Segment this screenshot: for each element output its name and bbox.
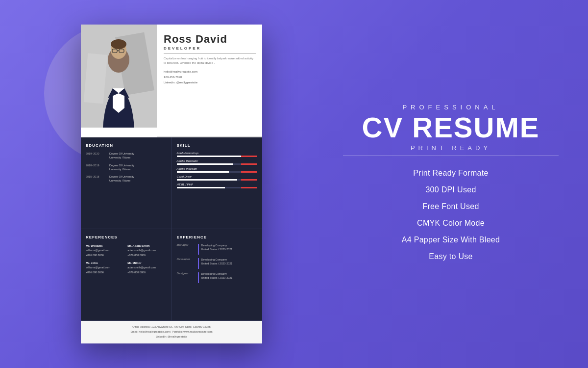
- ref-phone-2: +876 888 8886: [127, 253, 166, 258]
- edu-details-2: Degree Of UnivercityUniversity / Name: [109, 163, 134, 172]
- cv-footer-text: Office Address: 123 Anywhere St., Any Ci…: [87, 325, 256, 340]
- cv-footer: Office Address: 123 Anywhere St., Any Ci…: [81, 321, 262, 343]
- ref-1: Mr. Williams williams@gmail.com +876 888…: [86, 243, 124, 258]
- feature-5: A4 Papper Size With Bleed: [343, 232, 559, 248]
- feature-3: Free Font Used: [343, 198, 559, 215]
- ref-phone-4: +876 888 8886: [127, 270, 166, 275]
- exp-role-3: Designer: [177, 272, 196, 275]
- cv-name: Ross David: [164, 33, 256, 45]
- skill-fill-1: [177, 156, 242, 157]
- ref-3: Mr. John williams@gmail.com +876 888 888…: [86, 261, 124, 275]
- cv-bio: Capitalize on low hanging fruit to ident…: [164, 56, 256, 65]
- feature-1: Print Ready Formate: [343, 165, 559, 182]
- ref-email-1: williams@gmail.com: [86, 248, 124, 253]
- cv-linkedin: Linkedin: @reallygreatsite: [164, 80, 256, 85]
- exp-bar-3: [198, 272, 199, 283]
- edu-details-3: Degree Of UnivercityUniversity / Name: [109, 175, 134, 183]
- skill-fill-3: [177, 171, 229, 173]
- ref-4: Mr. Militor adamsmith@gmail.com +876 888…: [127, 261, 166, 275]
- footer-line1: Office Address: 123 Anywhere St., Any Ci…: [132, 325, 211, 328]
- skill-name-5: HTML / PHP: [177, 183, 258, 186]
- exp-2: Developer Developing CompanyUnited State…: [177, 258, 258, 269]
- skill-red-5: [241, 187, 257, 188]
- product-title: CV RESUME: [362, 113, 540, 142]
- skill-5: HTML / PHP: [177, 183, 258, 188]
- skill-name-1: Adob Photoshop: [177, 152, 258, 155]
- cv-photo: [81, 25, 157, 128]
- feature-list: Print Ready Formate 300 DPI Used Free Fo…: [343, 165, 559, 265]
- skill-bar-4: [177, 179, 258, 181]
- product-info: PROFESSIONAL CV RESUME PRINT READY Print…: [343, 94, 559, 275]
- footer-line2: Email: hello@reallygreatsite.com | Portf…: [130, 330, 212, 333]
- references-grid: Mr. Williams williams@gmail.com +876 888…: [86, 243, 167, 275]
- exp-bar-2: [198, 258, 199, 269]
- skill-name-3: Adobe Indesign: [177, 167, 258, 170]
- skill-bar-5: [177, 187, 258, 188]
- cv-top-section: Ross David DEVELOPER Capitalize on low h…: [81, 25, 262, 137]
- skill-red-2: [241, 163, 257, 165]
- skill-name-2: Adobe Illustrator: [177, 159, 258, 162]
- skill-2: Adobe Illustrator: [177, 159, 258, 165]
- feature-2: 300 DPI Used: [343, 182, 559, 198]
- cv-skills-section: SKILL Adob Photoshop Adobe Illustrator: [172, 137, 263, 229]
- ref-email-2: adamsmith@gmail.com: [127, 248, 166, 253]
- edu-details-1: Degree Of UnivercityUniversity / Name: [109, 152, 134, 160]
- footer-line3: LinkedIn: @reallygreatsite: [156, 335, 187, 338]
- cv-experience-section: EXPERIENCE Manager Developing CompanyUni…: [172, 229, 263, 320]
- exp-bar-1: [198, 244, 199, 255]
- feature-4: CMYK Color Mode: [343, 215, 559, 232]
- exp-3: Designer Developing CompanyUnited States…: [177, 272, 258, 283]
- exp-details-2: Developing CompanyUnited States / 2020-2…: [201, 258, 233, 266]
- ref-phone-1: +876 888 8886: [86, 253, 124, 258]
- edu-year-1: 2019–2020: [86, 152, 106, 160]
- skill-red-1: [241, 156, 257, 157]
- ref-email-4: adamsmith@gmail.com: [127, 265, 166, 270]
- cv-info-section: Ross David DEVELOPER Capitalize on low h…: [157, 25, 262, 137]
- skill-bar-3: [177, 171, 258, 173]
- exp-details-3: Developing CompanyUnited States / 2020-2…: [201, 272, 233, 280]
- exp-role-2: Developer: [177, 258, 196, 261]
- product-label: PROFESSIONAL: [402, 104, 499, 111]
- references-title: REFERENCES: [86, 235, 167, 239]
- skill-fill-2: [177, 163, 233, 165]
- ref-phone-3: +876 888 8886: [86, 270, 124, 275]
- experience-title: EXPERIENCE: [177, 235, 258, 239]
- skill-red-4: [241, 179, 257, 181]
- cv-email: hello@reallygreatsite.com: [164, 69, 256, 75]
- skill-red-3: [241, 171, 257, 173]
- cv-phone: 123-456-7890: [164, 75, 256, 80]
- skill-4: Corel Draw: [177, 175, 258, 181]
- skill-bar-1: [177, 156, 258, 157]
- cv-references-section: REFERENCES Mr. Williams williams@gmail.c…: [81, 229, 172, 320]
- edu-item-2: 2018–2019 Degree Of UnivercityUniversity…: [86, 163, 167, 172]
- edu-year-3: 2015–2018: [86, 175, 106, 183]
- cv-ref-exp-row: REFERENCES Mr. Williams williams@gmail.c…: [81, 229, 262, 321]
- exp-role-1: Manager: [177, 243, 196, 246]
- skills-title: SKILL: [177, 143, 258, 148]
- edu-item-1: 2019–2020 Degree Of UnivercityUniversity…: [86, 152, 167, 160]
- cv-document: Ross David DEVELOPER Capitalize on low h…: [81, 25, 262, 343]
- skill-1: Adob Photoshop: [177, 152, 258, 157]
- svg-point-5: [111, 39, 126, 49]
- education-title: EDUCATION: [86, 143, 167, 148]
- photo-simulation: [81, 25, 157, 128]
- cv-education-section: EDUCATION 2019–2020 Degree Of Univercity…: [81, 137, 172, 229]
- main-container: Ross David DEVELOPER Capitalize on low h…: [0, 0, 588, 368]
- product-subtitle: PRINT READY: [343, 144, 559, 156]
- ref-name-3: Mr. John: [86, 261, 124, 265]
- ref-name-4: Mr. Militor: [127, 261, 166, 265]
- skill-3: Adobe Indesign: [177, 167, 258, 173]
- skill-fill-4: [177, 179, 237, 181]
- feature-6: Easy to Use: [343, 248, 559, 265]
- ref-email-3: williams@gmail.com: [86, 265, 124, 270]
- ref-2: Mr. Adam Smith adamsmith@gmail.com +876 …: [127, 243, 166, 258]
- exp-1: Manager Developing CompanyUnited States …: [177, 243, 258, 255]
- ref-name-2: Mr. Adam Smith: [127, 243, 166, 248]
- skill-bar-2: [177, 163, 258, 165]
- cv-edu-skills-row: EDUCATION 2019–2020 Degree Of Univercity…: [81, 137, 262, 229]
- ref-name-1: Mr. Williams: [86, 243, 124, 248]
- skill-fill-5: [177, 187, 225, 188]
- cv-bottom-section: EDUCATION 2019–2020 Degree Of Univercity…: [81, 137, 262, 343]
- cv-title: DEVELOPER: [164, 46, 256, 53]
- edu-item-3: 2015–2018 Degree Of UnivercityUniversity…: [86, 175, 167, 183]
